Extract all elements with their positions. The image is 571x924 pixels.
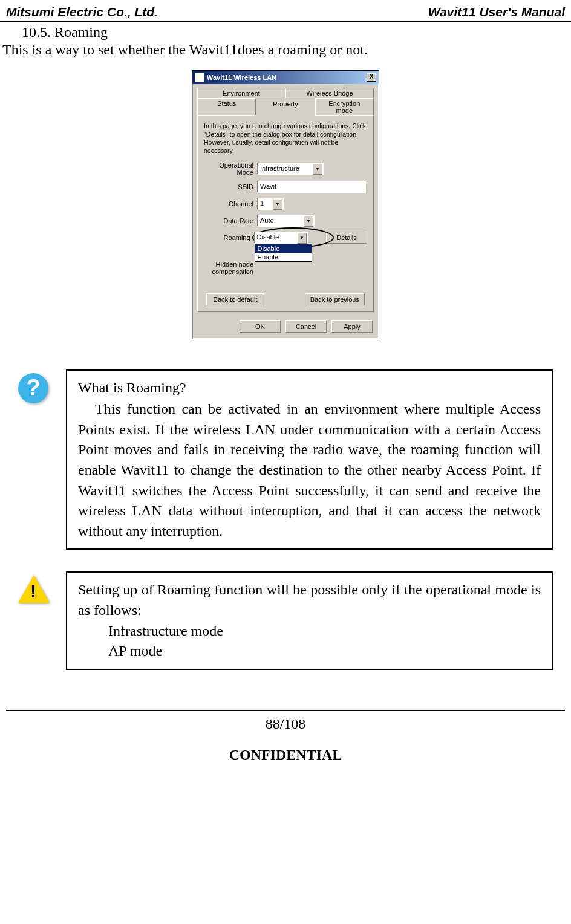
chevron-down-icon: ▼ <box>297 233 307 244</box>
label-hidden-node: Hidden node compensation <box>204 261 257 275</box>
help-section: ? What is Roaming? This function can be … <box>0 369 571 572</box>
row-operational-mode: Operational Mode Infrastructure ▼ <box>204 161 367 176</box>
tab-status[interactable]: Status <box>197 98 256 116</box>
tab-strip: Environment Wireless Bridge Status Prope… <box>192 84 379 116</box>
ssid-value: Wavit <box>260 183 276 190</box>
option-enable[interactable]: Enable <box>255 253 312 261</box>
warn-line1: Setting up of Roaming function will be p… <box>78 580 541 620</box>
cancel-button[interactable]: Cancel <box>286 320 327 333</box>
dropdown-roaming[interactable]: Disable ▼ Disable Enable <box>254 232 308 244</box>
ok-button[interactable]: OK <box>240 320 281 333</box>
dialog-window: Wavit11 Wireless LAN X Environment Wirel… <box>192 70 379 339</box>
header-manual: Wavit11 User's Manual <box>428 5 565 19</box>
bottom-button-row: OK Cancel Apply <box>192 317 379 339</box>
option-disable[interactable]: Disable <box>255 244 312 253</box>
tab-environment[interactable]: Environment <box>197 88 286 98</box>
warn-item1: Infrastructure mode <box>78 621 541 642</box>
page-number: 88/108 <box>266 716 306 732</box>
section-heading: 10.5. Roaming <box>0 22 571 41</box>
chevron-down-icon: ▼ <box>304 216 313 227</box>
tab-wireless-bridge[interactable]: Wireless Bridge <box>286 88 374 98</box>
row-roaming: Roaming Disable ▼ Disable Enable Details <box>204 232 367 244</box>
warning-section: Setting up of Roaming function will be p… <box>0 571 571 691</box>
label-ssid: SSID <box>204 183 257 190</box>
help-title: What is Roaming? <box>78 378 541 399</box>
titlebar: Wavit11 Wireless LAN X <box>192 71 379 84</box>
close-button[interactable]: X <box>367 73 376 82</box>
channel-value: 1 <box>260 200 264 207</box>
label-data-rate: Data Rate <box>204 217 257 224</box>
window-title: Wavit11 Wireless LAN <box>207 74 276 81</box>
dropdown-data-rate[interactable]: Auto ▼ <box>257 215 315 227</box>
instructions-text: In this page, you can change various con… <box>204 122 367 155</box>
header-company: Mitsumi Electric Co., Ltd. <box>6 5 158 19</box>
app-icon <box>195 73 204 82</box>
row-data-rate: Data Rate Auto ▼ <box>204 215 367 227</box>
tab-property[interactable]: Property <box>256 99 315 116</box>
data-rate-value: Auto <box>260 216 274 224</box>
back-previous-button[interactable]: Back to previous <box>305 293 365 305</box>
question-icon: ? <box>18 373 48 403</box>
page-footer: 88/108 <box>6 710 565 732</box>
dropdown-channel[interactable]: 1 ▼ <box>257 198 284 210</box>
warning-icon <box>18 575 50 603</box>
help-icon-col: ? <box>18 369 51 403</box>
tab-encryption[interactable]: Encryption mode <box>315 98 374 116</box>
chevron-down-icon: ▼ <box>313 164 322 175</box>
help-body: This function can be activated in an env… <box>78 399 541 541</box>
row-ssid: SSID Wavit <box>204 181 367 193</box>
label-op-mode: Operational Mode <box>204 161 257 176</box>
input-ssid[interactable]: Wavit <box>257 181 366 193</box>
confidential-label: CONFIDENTIAL <box>0 732 571 778</box>
help-box: What is Roaming? This function can be ac… <box>66 369 553 550</box>
roaming-options: Disable Enable <box>255 244 312 262</box>
row-hidden-node: Hidden node compensation <box>204 261 367 275</box>
roaming-value: Disable <box>257 233 279 241</box>
warn-item2: AP mode <box>78 641 541 662</box>
titlebar-left: Wavit11 Wireless LAN <box>195 73 276 82</box>
chevron-down-icon: ▼ <box>273 199 282 210</box>
inner-button-row: Back to default Back to previous <box>204 293 367 305</box>
dropdown-op-mode[interactable]: Infrastructure ▼ <box>257 163 324 175</box>
row-channel: Channel 1 ▼ <box>204 198 367 210</box>
details-button[interactable]: Details <box>326 232 367 244</box>
warn-icon-col <box>18 571 51 603</box>
label-roaming: Roaming <box>204 234 254 241</box>
intro-text: This is a way to set whether the Wavit11… <box>0 41 571 70</box>
tab-content: In this page, you can change various con… <box>197 116 374 312</box>
warning-box: Setting up of Roaming function will be p… <box>66 571 553 669</box>
page-header: Mitsumi Electric Co., Ltd. Wavit11 User'… <box>0 0 571 22</box>
label-channel: Channel <box>204 200 257 207</box>
apply-button[interactable]: Apply <box>331 320 373 333</box>
back-default-button[interactable]: Back to default <box>206 293 264 305</box>
op-mode-value: Infrastructure <box>260 164 299 172</box>
